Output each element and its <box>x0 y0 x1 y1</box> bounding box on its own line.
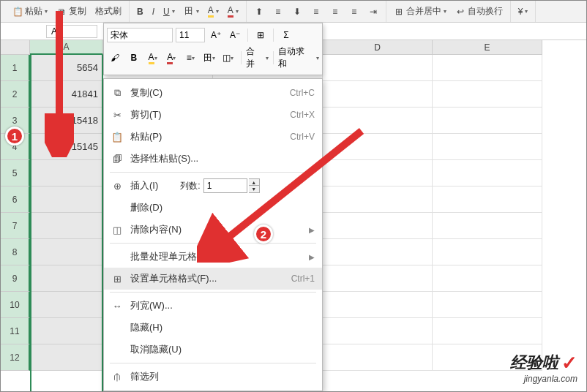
cm-unhide[interactable]: 取消隐藏(U) <box>104 339 322 361</box>
format-painter-button[interactable]: 格式刷 <box>92 4 124 19</box>
row-header-11[interactable]: 11 <box>1 318 30 344</box>
cell-A10[interactable] <box>30 292 103 318</box>
row-header-6[interactable]: 6 <box>1 186 30 213</box>
cell-E9[interactable] <box>433 265 542 292</box>
cell-A11[interactable] <box>30 318 103 344</box>
align-middle-button[interactable]: ≡ <box>270 5 286 18</box>
cm-cut[interactable]: ✂ 剪切(T) Ctrl+X <box>104 104 322 126</box>
align-top-button[interactable]: ⬆ <box>251 5 267 18</box>
cm-format-cells[interactable]: ⊞ 设置单元格格式(F)... Ctrl+1 <box>104 268 322 290</box>
row-header-7[interactable]: 7 <box>1 213 30 239</box>
mini-format-painter[interactable]: 🖌 <box>107 50 123 65</box>
cell-D1[interactable] <box>323 55 433 81</box>
align-right-button[interactable]: ≡ <box>346 5 362 18</box>
bold-button[interactable]: B <box>134 5 146 18</box>
cell-A12[interactable] <box>30 344 103 371</box>
cell-A4[interactable]: 15145 <box>30 134 103 160</box>
row-header-8[interactable]: 8 <box>1 239 30 265</box>
spin-down-button[interactable]: ▼ <box>249 186 259 192</box>
cell-D9[interactable] <box>323 265 433 292</box>
cell-A9[interactable] <box>30 265 103 292</box>
column-header-A[interactable]: A <box>30 40 103 55</box>
copy-button[interactable]: ⧉ 复制 <box>53 4 89 19</box>
cell-E6[interactable] <box>433 186 542 213</box>
merge-center-button[interactable]: ⊞ 合并居中 ▾ <box>391 4 449 19</box>
cell-E11[interactable] <box>433 318 542 344</box>
cm-paste-special[interactable]: 🗐 选择性粘贴(S)... <box>104 148 322 170</box>
cell-D12[interactable] <box>323 344 433 371</box>
mini-merge-button[interactable]: ⊞ <box>253 28 269 42</box>
cell-E2[interactable] <box>433 81 542 108</box>
row-header-10[interactable]: 10 <box>1 292 30 318</box>
cm-insert[interactable]: ⊕ 插入(I) 列数: ▲ ▼ <box>104 175 322 197</box>
decrease-font-button[interactable]: A⁻ <box>227 28 243 42</box>
cell-A1[interactable]: 5654 <box>30 55 103 81</box>
cm-delete[interactable]: 删除(D) <box>104 197 322 219</box>
cell-A7[interactable] <box>30 213 103 239</box>
cm-hide[interactable]: 隐藏(H) <box>104 317 322 339</box>
italic-button[interactable]: I <box>149 5 157 18</box>
underline-button[interactable]: U ▾ <box>160 5 178 18</box>
cell-D4[interactable] <box>323 134 433 160</box>
cell-D3[interactable] <box>323 108 433 134</box>
font-color-button[interactable]: A▾ <box>225 4 242 19</box>
align-left-button[interactable]: ≡ <box>308 5 324 18</box>
cell-E4[interactable] <box>433 134 542 160</box>
insert-cols-input[interactable] <box>203 178 247 193</box>
row-header-9[interactable]: 9 <box>1 265 30 292</box>
row-header-1[interactable]: 1 <box>1 55 30 81</box>
cell-D11[interactable] <box>323 318 433 344</box>
border-button[interactable]: 田▾ <box>181 5 202 18</box>
paste-button[interactable]: 📋 粘贴 ▾ <box>10 4 51 19</box>
cm-clear[interactable]: ◫ 清除内容(N) ▶ <box>104 219 322 241</box>
cell-E8[interactable] <box>433 239 542 265</box>
indent-button[interactable]: ⇥ <box>365 5 381 18</box>
cell-A5[interactable] <box>30 160 103 186</box>
select-all-corner[interactable] <box>1 40 30 55</box>
mini-font-size[interactable] <box>176 28 205 42</box>
fill-color-button[interactable]: A▾ <box>205 4 222 19</box>
cell-A8[interactable] <box>30 239 103 265</box>
mini-autosum-button[interactable]: Σ <box>278 28 294 42</box>
mini-autosum-label[interactable]: 自动求和 <box>278 45 313 70</box>
mini-font-color-button[interactable]: A▾ <box>163 50 179 65</box>
name-box[interactable]: A1 <box>46 25 97 38</box>
cell-A6[interactable] <box>30 186 103 213</box>
mini-fill-color-button[interactable]: A▾ <box>145 50 161 65</box>
mini-shape-button[interactable]: ◫▾ <box>220 50 236 65</box>
cell-E3[interactable] <box>433 108 542 134</box>
cell-A3[interactable]: 15418 <box>30 108 103 134</box>
row-header-5[interactable]: 5 <box>1 160 30 186</box>
mini-align-button[interactable]: ≡▾ <box>182 50 198 65</box>
cell-D8[interactable] <box>323 239 433 265</box>
cell-D5[interactable] <box>323 160 433 186</box>
cm-batch[interactable]: 批量处理单元格(P) ▶ <box>104 246 322 268</box>
mini-merge-label[interactable]: 合并 <box>246 45 263 70</box>
cm-col-width[interactable]: ↔ 列宽(W)... <box>104 295 322 317</box>
cm-filter-col[interactable]: ⫛ 筛选列 <box>104 366 322 388</box>
spin-up-button[interactable]: ▲ <box>249 179 259 186</box>
cm-paste[interactable]: 📋 粘贴(P) Ctrl+V <box>104 126 322 148</box>
align-bottom-button[interactable]: ⬇ <box>289 5 305 18</box>
mini-border-button[interactable]: 田▾ <box>201 50 217 65</box>
cell-D6[interactable] <box>323 186 433 213</box>
currency-button[interactable]: ¥ ▾ <box>515 5 531 18</box>
cell-E5[interactable] <box>433 160 542 186</box>
auto-wrap-button[interactable]: ↩ 自动换行 <box>452 4 506 19</box>
row-header-2[interactable]: 2 <box>1 81 30 108</box>
mini-font-name[interactable] <box>107 28 173 42</box>
column-header-D[interactable]: D <box>323 40 433 55</box>
mini-bold-button[interactable]: B <box>126 50 142 65</box>
cell-D7[interactable] <box>323 213 433 239</box>
align-center-button[interactable]: ≡ <box>327 5 343 18</box>
cell-A2[interactable]: 41841 <box>30 81 103 108</box>
cell-D10[interactable] <box>323 292 433 318</box>
increase-font-button[interactable]: A⁺ <box>208 28 224 42</box>
column-header-E[interactable]: E <box>433 40 542 55</box>
cell-E7[interactable] <box>433 213 542 239</box>
cell-D2[interactable] <box>323 81 433 108</box>
cell-E1[interactable] <box>433 55 542 81</box>
cell-E10[interactable] <box>433 292 542 318</box>
cm-copy[interactable]: ⧉ 复制(C) Ctrl+C <box>104 82 322 104</box>
row-header-12[interactable]: 12 <box>1 344 30 371</box>
